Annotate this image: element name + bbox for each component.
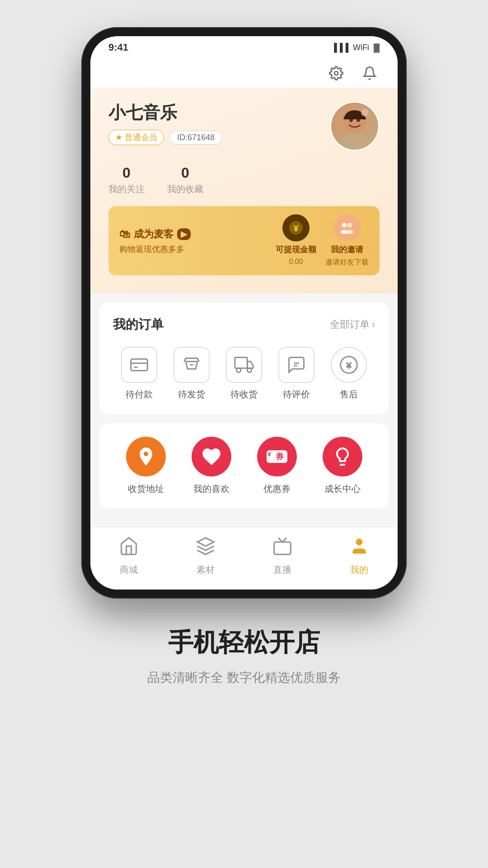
- mine-icon: [349, 536, 369, 560]
- promo-left: 🛍 成为麦客 ▶ 购物返现优惠多多: [119, 227, 191, 255]
- coupons-label: 优惠券: [263, 483, 291, 495]
- mine-label: 我的: [350, 564, 368, 576]
- stat-favorites[interactable]: 0 我的收藏: [167, 165, 203, 195]
- profile-info: 小七音乐 ★ 普通会员 ID:671648: [108, 101, 330, 145]
- invite-label: 我的邀请: [331, 244, 363, 255]
- promo-actions: ¥ 可提现金额 0.00: [276, 214, 369, 267]
- pending-receive-icon: [226, 347, 262, 383]
- pending-ship-label: 待发货: [178, 388, 205, 401]
- promo-title: 🛍 成为麦客 ▶: [119, 227, 191, 241]
- svg-point-18: [247, 368, 251, 372]
- all-orders-link[interactable]: 全部订单 ›: [330, 318, 375, 331]
- nav-material[interactable]: 素材: [196, 536, 216, 576]
- status-bar: 9:41 ▐▐▐ WiFi ▓: [90, 36, 398, 59]
- svg-rect-16: [235, 358, 248, 368]
- order-pending-review[interactable]: 待评价: [278, 347, 314, 401]
- pending-ship-icon: [174, 347, 210, 383]
- gift-icon: 🛍: [119, 228, 130, 241]
- cash-value: 0.00: [289, 258, 303, 266]
- cash-label: 可提现金额: [276, 244, 316, 255]
- svg-point-5: [361, 109, 368, 116]
- svg-rect-12: [131, 359, 148, 371]
- bottom-promo-subtitle: 品类清晰齐全 数字化精选优质服务: [147, 669, 341, 686]
- pending-payment-label: 待付款: [126, 388, 153, 401]
- following-label: 我的关注: [108, 183, 145, 195]
- pending-review-icon: [278, 347, 314, 383]
- chevron-right-icon: ›: [372, 319, 375, 330]
- order-pending-payment[interactable]: 待付款: [121, 347, 157, 401]
- phone-mockup: 9:41 ▐▐▐ WiFi ▓: [81, 27, 407, 599]
- coupons-icon: ¥ 券: [257, 437, 297, 476]
- order-after-sale[interactable]: ¥ 售后: [331, 347, 367, 401]
- after-sale-label: 售后: [340, 388, 358, 401]
- quick-favorites[interactable]: 我的喜欢: [192, 437, 231, 495]
- shop-icon: [119, 536, 139, 560]
- favorites-icon: [192, 437, 231, 476]
- stat-following[interactable]: 0 我的关注: [108, 165, 145, 195]
- growth-icon: [323, 437, 362, 476]
- svg-point-8: [342, 223, 347, 228]
- orders-title: 我的订单: [113, 316, 164, 333]
- nav-live[interactable]: 直播: [272, 536, 292, 576]
- star-icon: ★: [115, 132, 122, 142]
- svg-point-11: [346, 230, 354, 234]
- svg-point-9: [347, 223, 352, 228]
- top-bar: [90, 59, 398, 88]
- badges: ★ 普通会员 ID:671648: [108, 130, 330, 145]
- nav-shop[interactable]: 商城: [119, 536, 139, 576]
- avatar-image: [331, 103, 378, 150]
- order-pending-receive[interactable]: 待收货: [226, 347, 262, 401]
- cash-icon: ¥: [282, 214, 310, 241]
- promo-invite-action[interactable]: 我的邀请 邀请好友下载: [325, 214, 369, 267]
- favorites-quick-label: 我的喜欢: [193, 483, 230, 495]
- invite-sublabel: 邀请好友下载: [325, 258, 369, 267]
- profile-header: 小七音乐 ★ 普通会员 ID:671648: [108, 101, 380, 151]
- address-label: 收货地址: [128, 483, 164, 495]
- svg-point-2: [339, 133, 371, 149]
- address-icon: [126, 437, 166, 476]
- status-time: 9:41: [108, 42, 128, 53]
- wifi-icon: WiFi: [353, 43, 369, 52]
- material-label: 素材: [197, 564, 215, 576]
- arrow-icon: ▶: [177, 228, 191, 240]
- member-badge[interactable]: ★ 普通会员: [108, 130, 164, 145]
- svg-point-0: [334, 71, 338, 75]
- svg-marker-22: [197, 538, 214, 546]
- order-pending-ship[interactable]: 待发货: [174, 347, 210, 401]
- following-count: 0: [122, 165, 131, 181]
- order-icons-row: 待付款 待发货: [113, 347, 375, 401]
- favorites-label: 我的收藏: [167, 183, 203, 195]
- svg-rect-23: [274, 542, 291, 555]
- pending-payment-icon: [121, 347, 157, 383]
- live-icon: [272, 536, 292, 560]
- bottom-nav: 商城 素材: [90, 527, 398, 590]
- profile-section: 小七音乐 ★ 普通会员 ID:671648: [90, 88, 398, 293]
- svg-point-24: [356, 539, 363, 546]
- promo-banner[interactable]: 🛍 成为麦客 ▶ 购物返现优惠多多 ¥: [108, 206, 380, 275]
- nav-mine[interactable]: 我的: [349, 536, 369, 576]
- svg-text:¥: ¥: [293, 223, 299, 233]
- promo-subtitle: 购物返现优惠多多: [119, 244, 191, 255]
- pending-receive-label: 待收货: [230, 388, 258, 401]
- quick-coupons[interactable]: ¥ 券 优惠券: [257, 437, 297, 495]
- live-label: 直播: [273, 564, 291, 576]
- settings-icon[interactable]: [326, 63, 346, 83]
- promo-cash-action[interactable]: ¥ 可提现金额 0.00: [276, 214, 316, 267]
- signal-icon: ▐▐▐: [331, 43, 348, 52]
- shop-label: 商城: [120, 564, 138, 576]
- user-id-badge: ID:671648: [169, 131, 222, 145]
- avatar[interactable]: [330, 101, 380, 151]
- battery-icon: ▓: [374, 43, 380, 52]
- quick-address[interactable]: 收货地址: [126, 437, 166, 495]
- phone-screen: 9:41 ▐▐▐ WiFi ▓: [90, 36, 398, 590]
- bottom-promo-title: 手机轻松开店: [147, 626, 341, 660]
- notification-icon[interactable]: [360, 63, 380, 83]
- favorites-count: 0: [181, 165, 189, 181]
- orders-section: 我的订单 全部订单 ›: [99, 302, 389, 414]
- material-icon: [196, 536, 216, 560]
- quick-links-row: 收货地址 我的喜欢: [113, 437, 375, 495]
- orders-header: 我的订单 全部订单 ›: [113, 316, 375, 333]
- status-icons: ▐▐▐ WiFi ▓: [331, 43, 380, 52]
- quick-growth[interactable]: 成长中心: [323, 437, 362, 495]
- main-content: 我的订单 全部订单 ›: [90, 293, 398, 527]
